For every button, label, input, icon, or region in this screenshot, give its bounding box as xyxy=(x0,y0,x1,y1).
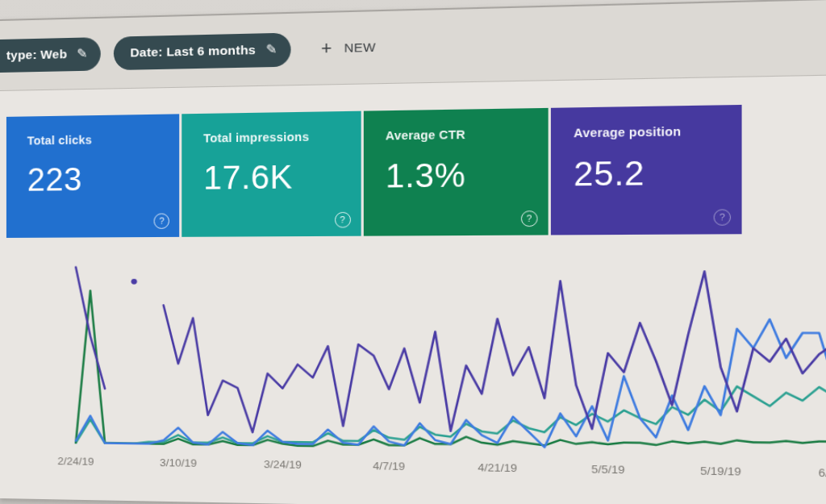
x-tick-label: 3/10/19 xyxy=(160,456,197,469)
filter-chip-date-range[interactable]: Date: Last 6 months ✎ xyxy=(114,32,290,70)
help-icon[interactable]: ? xyxy=(521,210,538,227)
performance-chart-svg[interactable] xyxy=(71,257,826,461)
card-value: 25.2 xyxy=(574,153,741,194)
card-total-clicks[interactable]: Total clicks 223 ? xyxy=(6,114,180,238)
x-tick-label: 5/19/19 xyxy=(700,464,741,478)
filter-chip-label: Date: Last 6 months xyxy=(130,43,256,60)
filter-chip-label: type: Web xyxy=(6,47,67,63)
card-label: Average CTR xyxy=(386,127,549,143)
filter-bar: type: Web ✎ Date: Last 6 months ✎ + NEW … xyxy=(0,0,826,91)
x-tick-label: 3/24/19 xyxy=(264,458,302,471)
x-tick-label: 4/21/19 xyxy=(478,461,517,474)
card-value: 223 xyxy=(27,160,180,198)
pencil-icon: ✎ xyxy=(265,41,277,57)
card-average-position[interactable]: Average position 25.2 ? xyxy=(551,105,742,235)
series-line-total-impressions xyxy=(76,331,826,455)
filter-chip-search-type[interactable]: type: Web ✎ xyxy=(0,37,101,73)
card-average-ctr[interactable]: Average CTR 1.3% ? xyxy=(363,108,548,236)
x-tick-label: 6/2/19 xyxy=(818,466,826,480)
pencil-icon: ✎ xyxy=(77,45,88,60)
card-label: Total impressions xyxy=(203,129,361,144)
card-value: 1.3% xyxy=(386,156,549,195)
x-tick-label: 5/5/19 xyxy=(591,463,624,476)
help-icon[interactable]: ? xyxy=(154,213,169,228)
new-filter-label: NEW xyxy=(344,40,376,55)
x-axis-tick-row: 2/24/193/10/193/24/194/7/194/21/195/5/19… xyxy=(71,455,826,487)
x-tick-label: 2/24/19 xyxy=(57,455,94,468)
card-label: Total clicks xyxy=(27,132,180,148)
card-label: Average position xyxy=(574,123,741,140)
search-console-screen: type: Web ✎ Date: Last 6 months ✎ + NEW … xyxy=(0,0,826,504)
help-icon[interactable]: ? xyxy=(334,212,350,228)
help-icon[interactable]: ? xyxy=(714,209,731,225)
new-filter-button[interactable]: + NEW xyxy=(316,37,382,59)
plus-icon: + xyxy=(321,40,332,58)
x-tick-label: 4/7/19 xyxy=(373,460,405,473)
series-line-average-position xyxy=(164,271,826,441)
performance-chart[interactable]: 2/24/193/10/193/24/194/7/194/21/195/5/19… xyxy=(71,257,826,487)
series-line-average-position xyxy=(76,267,105,389)
card-total-impressions[interactable]: Total impressions 17.6K ? xyxy=(182,111,361,237)
metric-cards-row: Total clicks 223 ? Total impressions 17.… xyxy=(6,105,742,238)
card-value: 17.6K xyxy=(203,158,361,197)
isolated-data-point xyxy=(131,279,137,285)
